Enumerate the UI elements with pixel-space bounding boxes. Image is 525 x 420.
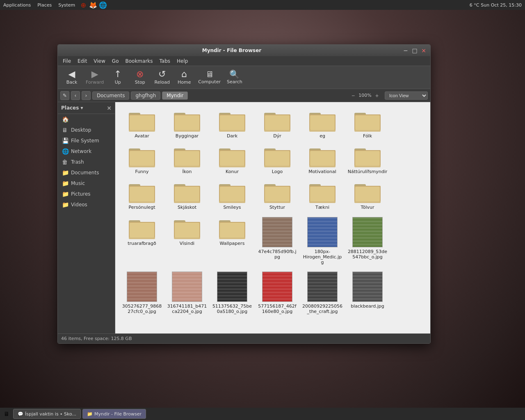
folder-item[interactable]: Smileys [210,178,255,213]
folder-item[interactable]: Dýr [255,106,300,142]
location-prev-button[interactable]: ‹ [71,91,80,100]
folder-item[interactable]: Funny [119,142,164,178]
panel-network-icon[interactable]: 🌐 [99,1,107,9]
folder-icon [309,110,336,132]
folder-item[interactable]: Skjáskot [164,178,210,213]
menu-places[interactable]: Places [34,2,55,9]
folder-icon [174,217,200,239]
breadcrumb-ghgfhgh[interactable]: ghgfhgh [131,91,160,100]
folder-item[interactable]: Konur [210,142,255,178]
svg-rect-4 [130,115,154,130]
sidebar-item-trash[interactable]: 🗑 Trash [58,157,115,167]
reload-button[interactable]: ↺ Reload [151,68,173,87]
home-label: Home [178,80,191,85]
sidebar-item-documents[interactable]: 📁 Documents [58,167,115,178]
image-item[interactable]: 316741181_b471ca2204_o.jpg [164,268,210,317]
image-item[interactable]: 511375632_75be0a5180_o.jpg [210,268,255,317]
sidebar-item-videos[interactable]: 📁 Videos [58,199,115,210]
folder-item[interactable]: Motivational [300,142,345,178]
menu-tabs[interactable]: Tabs [156,57,174,65]
panel-opera-icon[interactable]: ⊕ [79,1,87,9]
stop-label: Stop [135,80,145,85]
folder-item[interactable]: Logo [255,142,300,178]
menu-bookmarks[interactable]: Bookmarks [122,57,156,65]
menu-help[interactable]: Help [173,57,191,65]
image-label: 305276277_986827cfc0_o.jpg [121,304,162,314]
folder-item[interactable]: Náttúrulífsmyndir [345,142,390,178]
zoom-in-button[interactable]: + [373,92,381,99]
search-button[interactable]: 🔍 Search [224,68,245,87]
image-item[interactable]: 47e4c785d90fb.jpg [255,214,300,269]
home-button[interactable]: ⌂ Home [173,68,195,87]
back-icon: ◀ [68,70,75,79]
menu-system[interactable]: System [55,2,78,9]
sidebar-item-desktop[interactable]: 🖥 Desktop [58,125,115,135]
menu-edit[interactable]: Edit [74,57,90,65]
image-item[interactable]: 288112089_53de547bbc_o.jpg [345,214,390,269]
folder-item[interactable]: Styttur [255,178,300,213]
back-button[interactable]: ◀ Back [61,68,82,87]
menu-applications[interactable]: Applications [0,2,34,9]
folder-item[interactable]: Tækni [300,178,345,213]
folder-item[interactable]: Avatar [119,106,164,142]
svg-rect-34 [130,151,154,166]
folder-item[interactable]: truarafbragð [119,214,164,269]
taskbar-chat-button[interactable]: 💬 Íspjall vaktin is • Sko... [13,409,81,419]
close-button[interactable]: × [420,47,427,54]
image-item[interactable]: 305276277_986827cfc0_o.jpg [119,268,164,317]
file-grid[interactable]: Avatar Byggingar Dark Dýr [115,102,430,333]
forward-button[interactable]: ▶ Forward [83,68,106,87]
folder-item[interactable]: Fólk [345,106,390,142]
maximize-button[interactable]: □ [411,47,418,54]
sidebar-item-network[interactable]: 🌐 Network [58,146,115,157]
svg-rect-19 [265,115,290,130]
image-item[interactable]: 180px-Hirogen_Medic.jpg [300,214,345,269]
image-thumbnail [262,217,292,247]
image-item[interactable]: 20080929225056_the_craft.jpg [300,268,345,317]
breadcrumb-myndir[interactable]: Myndir [162,91,188,100]
menu-view[interactable]: View [90,57,108,65]
menu-go[interactable]: Go [109,57,122,65]
breadcrumb-documents[interactable]: Documents [92,91,129,100]
file-browser-window: Myndir - File Browser − □ × File Edit Vi… [57,44,431,344]
view-selector[interactable]: Icon View List View Compact View [385,91,428,100]
folder-label: Avatar [135,133,149,139]
image-item[interactable]: blackbeard.jpg [345,268,390,317]
folder-icon [174,181,200,203]
location-next-button[interactable]: › [82,91,91,100]
stop-button[interactable]: ⊗ Stop [129,68,151,87]
taskbar-filebrowser-button[interactable]: 📁 Myndir - File Browser [82,409,146,419]
svg-rect-94 [130,223,154,237]
taskbar-show-desktop[interactable]: 🖥 [2,409,11,419]
zoom-out-button[interactable]: − [349,92,357,99]
folder-item[interactable]: eg [300,106,345,142]
folder-item[interactable]: Tölvur [345,178,390,213]
folder-item[interactable]: Wallpapers [210,214,255,269]
image-item[interactable]: 577156187_462f160e80_o.jpg [255,268,300,317]
chat-icon: 💬 [18,411,23,417]
sidebar-item-pictures[interactable]: 📁 Pictures [58,189,115,199]
computer-button[interactable]: 🖥 Computer [196,68,223,87]
folder-item[interactable]: Byggingar [164,106,210,142]
minimize-button[interactable]: − [402,47,409,54]
folder-icon [219,110,245,132]
menu-file[interactable]: File [59,57,74,65]
sidebar-item-music[interactable]: 📁 Music [58,178,115,189]
svg-rect-59 [355,151,380,166]
folder-item[interactable]: Persónulegt [119,178,164,213]
location-edit-button[interactable]: ✎ [60,91,69,100]
sidebar-item-filesystem[interactable]: 💾 File System [58,135,115,146]
image-thumbnail [217,272,247,302]
up-button[interactable]: ↑ Up [107,68,128,87]
panel-firefox-icon[interactable]: 🦊 [89,1,97,9]
image-thumbnail [172,272,202,302]
forward-label: Forward [86,80,104,85]
sidebar: Places ▾ × 🏠 🖥 Desktop 💾 File System 🌐 N… [58,102,115,333]
folder-item[interactable]: Íkon [164,142,210,178]
folder-item[interactable]: Dark [210,106,255,142]
sidebar-item-home[interactable]: 🏠 [58,114,115,125]
image-thumbnail [352,272,383,302]
window-controls: − □ × [402,47,427,54]
sidebar-close-button[interactable]: × [107,105,112,111]
folder-item[interactable]: Vísindi [164,214,210,269]
